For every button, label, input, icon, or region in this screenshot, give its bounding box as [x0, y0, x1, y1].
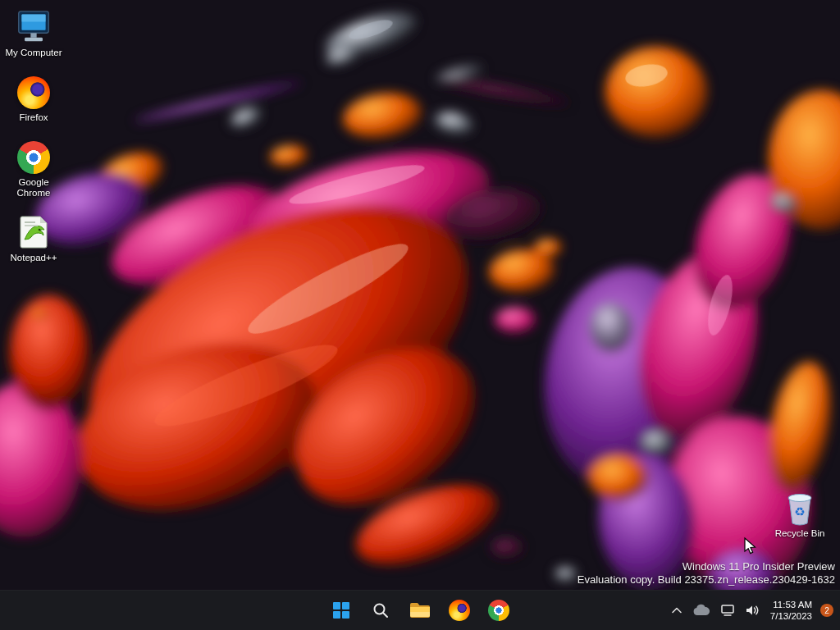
- chevron-up-icon: [671, 605, 682, 615]
- notification-badge[interactable]: 2: [820, 604, 833, 617]
- desktop-icon-label: Recycle Bin: [775, 528, 825, 538]
- onedrive-button[interactable]: [688, 594, 714, 627]
- taskbar-center-buttons: [325, 591, 515, 630]
- chrome-icon: [488, 600, 509, 621]
- search-button[interactable]: [364, 594, 397, 627]
- desktop: My Computer Firefox Google Chrome Not: [0, 0, 840, 630]
- desktop-icon-label: Firefox: [19, 112, 48, 123]
- clock-date: 7/13/2023: [770, 610, 812, 622]
- clock-time: 11:53 AM: [770, 599, 812, 610]
- file-explorer-button[interactable]: [404, 594, 436, 627]
- desktop-icon-label: Notepad++: [11, 253, 57, 263]
- desktop-icon-my-computer[interactable]: My Computer: [2, 5, 66, 62]
- volume-icon: [745, 604, 760, 617]
- file-explorer-icon: [409, 601, 431, 619]
- system-tray: 11:53 AM 7/13/2023 2: [667, 591, 838, 630]
- desktop-icon-label: My Computer: [5, 48, 62, 58]
- firefox-taskbar-button[interactable]: [443, 594, 476, 627]
- taskbar: 11:53 AM 7/13/2023 2: [0, 590, 840, 630]
- firefox-icon: [449, 600, 470, 621]
- recycle-bin-icon: ♻: [785, 491, 815, 526]
- firefox-icon: [17, 73, 50, 109]
- chrome-taskbar-button[interactable]: [482, 594, 515, 627]
- clock[interactable]: 11:53 AM 7/13/2023: [765, 594, 817, 627]
- windows-start-icon: [332, 601, 350, 619]
- start-button[interactable]: [325, 594, 358, 627]
- hidden-icons-button[interactable]: [667, 594, 687, 627]
- network-button[interactable]: [716, 594, 739, 627]
- svg-text:♻: ♻: [794, 504, 805, 518]
- desktop-icon-google-chrome[interactable]: Google Chrome: [2, 135, 66, 202]
- onedrive-cloud-icon: [692, 604, 710, 617]
- network-icon: [720, 604, 735, 617]
- desktop-icon-column: My Computer Firefox Google Chrome Not: [2, 5, 66, 267]
- desktop-icon-label: Google Chrome: [3, 177, 64, 199]
- watermark-line2: Evaluation copy. Build 23375.zn_release.…: [578, 573, 835, 587]
- wallpaper: [0, 0, 840, 630]
- desktop-icon-notepadpp[interactable]: Notepad++: [2, 210, 66, 267]
- notepadpp-icon: [17, 213, 50, 249]
- desktop-icon-firefox[interactable]: Firefox: [2, 70, 66, 126]
- my-computer-icon: [16, 8, 52, 44]
- watermark-line1: Windows 11 Pro Insider Preview: [578, 560, 835, 573]
- desktop-icon-recycle-bin[interactable]: ♻ Recycle Bin: [769, 489, 830, 541]
- search-icon: [372, 601, 390, 619]
- insider-watermark: Windows 11 Pro Insider Preview Evaluatio…: [578, 560, 835, 586]
- chrome-icon: [17, 138, 50, 174]
- volume-button[interactable]: [741, 594, 764, 627]
